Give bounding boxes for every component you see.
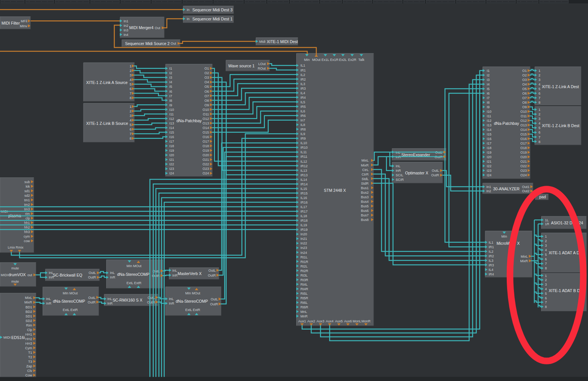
svg-text:O8: O8	[204, 99, 209, 103]
svg-text:Cow: Cow	[25, 373, 32, 377]
svg-text:6: 6	[538, 92, 540, 95]
svg-text:O5: O5	[204, 85, 209, 89]
svg-text:InR: InR	[396, 169, 401, 173]
svg-text:2: 2	[545, 239, 547, 243]
svg-text:sd1: sd1	[24, 189, 30, 193]
svg-text:I22: I22	[169, 162, 174, 166]
svg-text:1: 1	[538, 108, 540, 112]
svg-text:cym: cym	[24, 235, 30, 238]
svg-text:In1: In1	[486, 185, 491, 189]
svg-text:SC-RMX160 S X: SC-RMX160 S X	[113, 298, 142, 302]
svg-text:IR1: IR1	[489, 245, 494, 249]
svg-text:Rt3R: Rt3R	[300, 278, 308, 282]
svg-text:SCIL: SCIL	[396, 173, 403, 177]
svg-text:HH1: HH1	[25, 333, 32, 336]
svg-text:I20: I20	[487, 155, 492, 159]
svg-text:IR9: IR9	[300, 137, 306, 140]
svg-text:O18: O18	[203, 144, 209, 148]
svg-text:Ex2L: Ex2L	[339, 58, 347, 62]
svg-text:InR: InR	[172, 274, 178, 277]
svg-text:In22: In22	[300, 241, 307, 245]
svg-text:sub: sub	[24, 180, 30, 184]
svg-text:IR6: IR6	[300, 114, 306, 118]
svg-text:I16: I16	[487, 137, 492, 141]
svg-text:Aux4: Aux4	[326, 319, 334, 323]
svg-text:I21: I21	[487, 160, 492, 163]
svg-text:Rmix: Rmix	[15, 246, 23, 249]
svg-text:I3: I3	[169, 76, 172, 79]
svg-text:ROut: ROut	[258, 67, 266, 70]
svg-text:O21: O21	[203, 158, 209, 162]
svg-text:O3: O3	[522, 78, 527, 82]
svg-text:8: 8	[545, 305, 547, 309]
svg-text:3: 3	[538, 117, 540, 121]
svg-text:Rt6L: Rt6L	[300, 301, 308, 305]
svg-text:In2: In2	[486, 189, 491, 193]
svg-text:O13: O13	[520, 123, 527, 127]
svg-text:O14: O14	[520, 128, 527, 132]
svg-text:1: 1	[130, 64, 132, 68]
svg-text:6: 6	[545, 296, 547, 300]
svg-text:IL8: IL8	[300, 123, 305, 127]
svg-text:O19: O19	[203, 149, 209, 152]
svg-text:3: 3	[130, 73, 132, 77]
svg-text:I23: I23	[487, 169, 492, 173]
svg-text:IL15: IL15	[300, 187, 307, 191]
svg-text:In4: In4	[124, 33, 128, 37]
svg-text:IL3: IL3	[489, 259, 494, 263]
svg-text:HH3: HH3	[25, 342, 32, 345]
svg-text:O21: O21	[520, 160, 527, 163]
svg-text:IR13: IR13	[300, 173, 308, 177]
svg-text:O5: O5	[522, 87, 527, 91]
svg-text:IL1: IL1	[300, 64, 305, 67]
svg-text:I12: I12	[487, 119, 492, 123]
svg-text:Aux1: Aux1	[298, 319, 306, 323]
svg-text:IR5: IR5	[300, 105, 306, 109]
svg-text:3: 3	[545, 244, 547, 247]
svg-text:I8: I8	[169, 99, 172, 103]
svg-text:Rt1L: Rt1L	[300, 255, 308, 259]
svg-text:I21: I21	[169, 158, 174, 162]
svg-text:IL14: IL14	[300, 178, 307, 182]
svg-text:ExtL ExtR: ExtL ExtR	[127, 281, 142, 285]
svg-text:Rt4R: Rt4R	[300, 287, 308, 291]
svg-text:2: 2	[538, 73, 540, 77]
svg-text:IR12: IR12	[300, 164, 308, 168]
svg-text:MFil: MFil	[21, 19, 27, 23]
svg-text:I2: I2	[487, 73, 490, 77]
svg-text:IL11: IL11	[300, 150, 307, 154]
svg-text:OutR: OutR	[210, 302, 218, 306]
svg-text:Bus2: Bus2	[361, 191, 369, 194]
svg-text:MixL: MixL	[361, 159, 368, 162]
svg-text:Out: Out	[170, 42, 176, 45]
svg-text:I24: I24	[487, 173, 492, 177]
svg-text:Bus4: Bus4	[361, 200, 369, 204]
svg-text:IL2: IL2	[300, 73, 305, 77]
svg-text:CtrR: CtrR	[362, 173, 369, 176]
svg-text:1: 1	[545, 274, 547, 278]
svg-text:O15: O15	[203, 131, 209, 134]
svg-text:In1: In1	[124, 19, 128, 23]
svg-text:I4: I4	[487, 82, 490, 86]
svg-text:MonL: MonL	[353, 319, 361, 323]
svg-text:T2: T2	[28, 355, 32, 359]
svg-text:InL: InL	[107, 297, 112, 301]
svg-text:I2: I2	[169, 71, 172, 75]
svg-text:Sequencer Midi Dest 3: Sequencer Midi Dest 3	[192, 8, 232, 12]
svg-text:LOut: LOut	[258, 62, 266, 66]
svg-text:SD1: SD1	[25, 314, 32, 318]
svg-text:OutL: OutL	[432, 169, 439, 173]
svg-text:SD2: SD2	[25, 319, 32, 323]
svg-text:IL17: IL17	[300, 205, 307, 209]
svg-text:SCIR: SCIR	[396, 178, 404, 182]
svg-text:OutL: OutL	[147, 296, 155, 300]
svg-text:1L: 1L	[545, 218, 549, 222]
svg-text:IL6: IL6	[300, 109, 305, 113]
svg-text:Bus7: Bus7	[361, 213, 369, 217]
svg-text:O13: O13	[203, 121, 209, 125]
svg-text:I5: I5	[169, 85, 172, 89]
svg-text:InL: InL	[110, 271, 115, 275]
svg-text:IL9: IL9	[300, 132, 305, 136]
svg-text:O24: O24	[203, 171, 209, 175]
svg-text:I18: I18	[169, 144, 174, 148]
